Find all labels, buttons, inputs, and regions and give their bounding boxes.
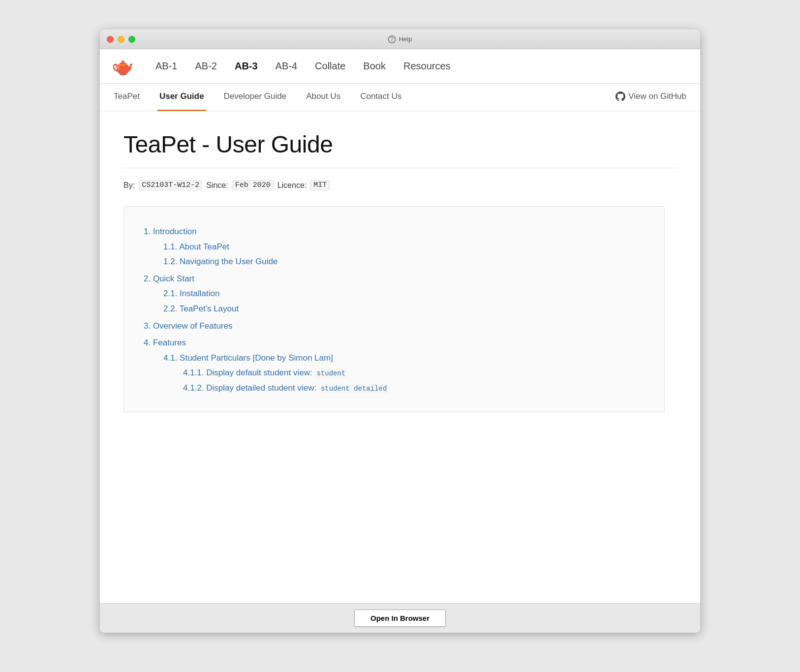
github-link-text: View on GitHub [628, 92, 686, 101]
by-value: CS2103T-W12-2 [139, 180, 202, 190]
second-nav-teapet[interactable]: TeaPet [112, 84, 142, 111]
titlebar-title: ? Help [388, 35, 412, 43]
toc-item[interactable]: 4.1.1. Display default student view: stu… [183, 366, 645, 381]
github-icon [615, 92, 625, 101]
toc-item[interactable]: 2.1. Installation [163, 286, 645, 302]
top-nav-resources[interactable]: Resources [403, 59, 451, 74]
licence-label: Licence: [277, 181, 307, 190]
by-label: By: [123, 181, 135, 190]
close-button[interactable] [107, 36, 114, 43]
toc-item[interactable]: 2.2. TeaPet's Layout [163, 302, 645, 317]
second-nav-developer-guide[interactable]: Developer Guide [222, 84, 289, 111]
top-nav-book[interactable]: Book [363, 59, 386, 74]
second-nav-user-guide[interactable]: User Guide [157, 84, 206, 111]
toc-item[interactable]: 4.1.2. Display detailed student view: st… [183, 381, 645, 396]
open-browser-button[interactable]: Open In Browser [354, 610, 446, 627]
main-content: TeaPet - User Guide By: CS2103T-W12-2 Si… [100, 111, 700, 603]
second-nav-contact-us[interactable]: Contact Us [358, 84, 403, 111]
since-label: Since: [206, 181, 228, 190]
licence-value: MIT [310, 180, 330, 190]
main-window: ? Help 🫖 AB-1 AB-2 AB-3 AB-4 Collate Boo… [100, 30, 700, 633]
titlebar-title-text: Help [399, 35, 412, 43]
page-title: TeaPet - User Guide [123, 131, 677, 158]
top-nav-ab3[interactable]: AB-3 [235, 59, 258, 74]
toc-item[interactable]: 1.1. About TeaPet [163, 240, 645, 255]
title-divider [123, 168, 677, 168]
top-nav: 🫖 AB-1 AB-2 AB-3 AB-4 Collate Book Resou… [100, 49, 700, 84]
toc-box: 1. Introduction1.1. About TeaPet1.2. Nav… [123, 206, 665, 412]
toc-item[interactable]: 4. Features [144, 336, 645, 351]
toc-item[interactable]: 4.1. Student Particulars [Done by Simon … [163, 351, 645, 366]
traffic-lights [107, 36, 135, 43]
help-icon: ? [388, 35, 396, 43]
second-nav: TeaPet User Guide Developer Guide About … [100, 84, 700, 111]
top-nav-ab2[interactable]: AB-2 [195, 59, 216, 74]
toc-item[interactable]: 1.2. Navigating the User Guide [163, 254, 645, 270]
titlebar: ? Help [100, 30, 700, 49]
since-value: Feb 2020 [232, 180, 274, 190]
toc-item[interactable]: 3. Overview of Features [144, 319, 645, 334]
toc-item[interactable]: 1. Introduction [144, 224, 645, 240]
toc-item[interactable]: 2. Quick Start [144, 272, 645, 287]
top-nav-collate[interactable]: Collate [315, 59, 345, 74]
second-nav-github[interactable]: View on GitHub [614, 84, 688, 111]
second-nav-about-us[interactable]: About Us [304, 84, 342, 111]
top-nav-ab4[interactable]: AB-4 [276, 59, 297, 74]
bottom-bar: Open In Browser [100, 603, 700, 633]
minimize-button[interactable] [118, 36, 124, 43]
top-nav-ab1[interactable]: AB-1 [155, 59, 177, 74]
maximize-button[interactable] [128, 36, 135, 43]
app-logo: 🫖 [112, 58, 134, 75]
meta-line: By: CS2103T-W12-2 Since: Feb 2020 Licenc… [123, 180, 677, 190]
